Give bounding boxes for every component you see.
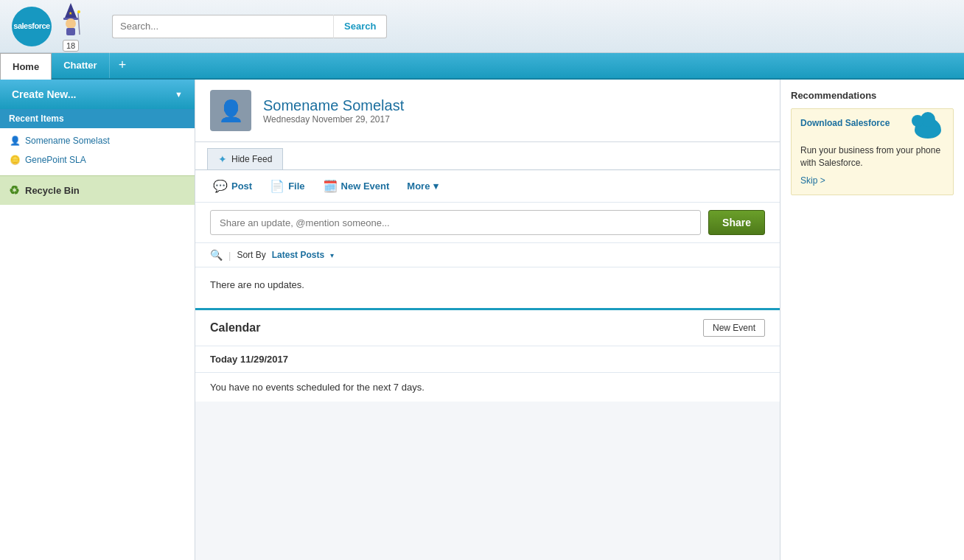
calendar-section: Calendar New Event Today 11/29/2017 You …: [195, 308, 780, 402]
svg-text:★: ★: [69, 11, 72, 15]
download-link-label: Download Salesforce: [800, 118, 890, 128]
profile-name: Somename Somelast: [263, 97, 404, 114]
create-new-arrow-icon: ▼: [175, 90, 183, 99]
navbar: Home Chatter +: [0, 53, 964, 80]
person-icon: 👤: [9, 135, 21, 147]
calendar-header: Calendar New Event: [195, 310, 780, 346]
create-new-button[interactable]: Create New... ▼: [0, 80, 195, 109]
profile-date: Wednesday November 29, 2017: [263, 114, 404, 125]
sort-arrow-icon[interactable]: ▾: [330, 251, 334, 259]
search-button[interactable]: Search: [333, 15, 387, 38]
recycle-bin-label: Recycle Bin: [25, 185, 80, 196]
wizard-icon-area: ★ 18: [59, 1, 83, 52]
wizard-figure-svg: ★: [59, 1, 83, 38]
svg-line-5: [78, 13, 80, 35]
svg-point-6: [77, 10, 80, 13]
sort-by-label: Sort By: [237, 250, 265, 260]
file-button[interactable]: 📄 File: [267, 178, 307, 195]
download-salesforce-link[interactable]: Download Salesforce: [800, 118, 944, 140]
tab-chatter[interactable]: Chatter: [52, 52, 110, 78]
logo-area: salesforce ★ 18: [12, 1, 83, 52]
tab-home[interactable]: Home: [0, 53, 52, 80]
recommendations-title: Recommendations: [791, 90, 954, 101]
feed-actions: 💬 Post 📄 File 🗓️ New Event More ▾: [195, 169, 780, 203]
file-icon: 📄: [270, 179, 284, 193]
content-area: 👤 Somename Somelast Wednesday November 2…: [195, 80, 964, 560]
rec-description: Run your business from your phone with S…: [800, 144, 944, 169]
recommendations-content: Download Salesforce Run your business fr…: [791, 108, 954, 195]
search-input[interactable]: [112, 15, 333, 38]
avatar-icon: 👤: [218, 99, 244, 123]
share-area: Share: [195, 203, 780, 243]
hide-feed-tab[interactable]: ✦ Hide Feed: [207, 148, 283, 169]
new-event-button[interactable]: 🗓️ New Event: [320, 178, 393, 195]
create-new-label: Create New...: [12, 88, 76, 100]
calendar-today: Today 11/29/2017: [195, 346, 780, 373]
main-feed: 👤 Somename Somelast Wednesday November 2…: [195, 80, 780, 560]
file-label: File: [288, 181, 304, 192]
main-layout: Create New... ▼ Recent Items 👤 Somename …: [0, 80, 964, 560]
salesforce-logo[interactable]: salesforce: [12, 7, 52, 46]
more-button[interactable]: More ▾: [404, 179, 441, 193]
recent-items-label: Recent Items: [9, 113, 64, 124]
svg-rect-4: [66, 28, 75, 35]
logo-text: salesforce: [13, 22, 49, 30]
skip-link[interactable]: Skip >: [800, 175, 825, 186]
calendar-no-events: You have no events scheduled for the nex…: [195, 373, 780, 402]
sidebar-item-genepoint[interactable]: 🪙 GenePoint SLA: [0, 150, 195, 169]
coin-icon: 🪙: [9, 154, 21, 166]
salesforce-cloud-icon: [915, 118, 944, 140]
recent-item-label-1: GenePoint SLA: [25, 155, 86, 165]
recent-items-list: 👤 Somename Somelast 🪙 GenePoint SLA: [0, 128, 195, 172]
profile-header: 👤 Somename Somelast Wednesday November 2…: [195, 80, 780, 142]
more-arrow-icon: ▾: [433, 181, 439, 192]
calendar-title: Calendar: [210, 321, 260, 335]
sort-value[interactable]: Latest Posts: [272, 250, 324, 260]
header: salesforce ★ 18 Sear: [0, 0, 964, 53]
svg-point-3: [66, 18, 76, 29]
wizard-badge: 18: [63, 40, 79, 52]
more-label: More: [407, 181, 430, 192]
post-button[interactable]: 💬 Post: [210, 178, 255, 195]
recent-item-label-0: Somename Somelast: [25, 136, 110, 146]
post-icon: 💬: [213, 179, 228, 193]
sort-bar: 🔍 | Sort By Latest Posts ▾: [195, 243, 780, 267]
search-sort-icon: 🔍: [210, 249, 223, 261]
new-event-icon: 🗓️: [323, 179, 338, 193]
feed-container: ✦ Hide Feed 💬 Post 📄 File 🗓️ New: [195, 142, 780, 402]
badge-number: 18: [66, 41, 75, 50]
hide-feed-label: Hide Feed: [231, 154, 272, 164]
right-panel: Recommendations Download Salesforce Run …: [780, 80, 964, 560]
no-updates-text: There are no updates.: [195, 267, 780, 302]
share-button[interactable]: Share: [708, 210, 765, 235]
tab-chatter-label: Chatter: [63, 60, 97, 71]
recent-items-header: Recent Items: [0, 109, 195, 128]
profile-info: Somename Somelast Wednesday November 29,…: [263, 97, 404, 125]
calendar-new-event-button[interactable]: New Event: [703, 319, 765, 337]
sidebar-item-somename[interactable]: 👤 Somename Somelast: [0, 131, 195, 150]
sidebar: Create New... ▼ Recent Items 👤 Somename …: [0, 80, 195, 560]
recycle-bin-section[interactable]: ♻ Recycle Bin: [0, 175, 195, 205]
svg-marker-0: [65, 3, 77, 18]
post-label: Post: [231, 181, 252, 192]
new-event-label: New Event: [341, 181, 390, 192]
profile-avatar: 👤: [210, 90, 251, 131]
hide-feed-icon: ✦: [218, 153, 227, 165]
search-area: Search: [112, 15, 387, 38]
recycle-bin-icon: ♻: [9, 183, 19, 197]
tab-home-label: Home: [13, 61, 39, 72]
share-input[interactable]: [210, 210, 701, 235]
add-tab-button[interactable]: +: [110, 52, 136, 78]
